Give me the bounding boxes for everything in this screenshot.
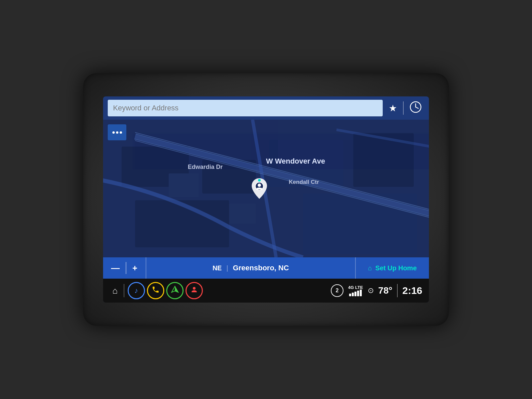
- svg-rect-8: [135, 200, 229, 247]
- setup-home-button[interactable]: ⌂ Set Up Home: [356, 257, 429, 279]
- menu-button[interactable]: [108, 124, 126, 140]
- profile-nav-button[interactable]: [186, 282, 203, 299]
- direction-badge: NE: [212, 264, 222, 272]
- menu-dot-3: [120, 131, 122, 134]
- music-icon: ♪: [134, 286, 138, 295]
- signal-bar-4: [357, 291, 359, 296]
- home-nav-icon: ⌂: [112, 286, 118, 296]
- svg-point-23: [193, 287, 196, 290]
- navigation-icon: [171, 286, 179, 296]
- svg-line-2: [416, 107, 418, 108]
- maps-nav-button[interactable]: [166, 282, 184, 299]
- home-nav-button[interactable]: ⌂: [110, 286, 120, 296]
- nav-bar: ⌂ ♪: [103, 279, 429, 303]
- time-display: 2:16: [402, 285, 422, 296]
- nav-bar-divider-1: [124, 284, 124, 297]
- signal-bar-3: [354, 292, 356, 296]
- zoom-in-button[interactable]: +: [129, 262, 141, 275]
- car-display-bezel: ★: [83, 73, 449, 326]
- zoom-controls: — +: [103, 257, 146, 279]
- clock-icon: [410, 105, 422, 115]
- bottom-bar: — + NE | Greensboro, NC ⌂ Set Up Home: [103, 257, 429, 279]
- signal-bar-2: [352, 293, 354, 296]
- star-icon: ★: [389, 103, 397, 113]
- person-icon: [190, 286, 198, 296]
- time-divider: [397, 284, 398, 297]
- svg-point-19: [258, 184, 261, 187]
- menu-dot-2: [116, 131, 118, 134]
- home-btn-label: Set Up Home: [375, 264, 417, 272]
- home-setup-icon: ⌂: [368, 264, 372, 272]
- zoom-out-button[interactable]: —: [108, 262, 123, 275]
- gps-icon: ⊙: [368, 286, 374, 295]
- svg-rect-16: [229, 203, 256, 224]
- signal-info: 4G LTE: [348, 285, 363, 296]
- music-nav-button[interactable]: ♪: [128, 282, 145, 299]
- zoom-divider: [126, 262, 126, 274]
- search-bar-divider: [403, 101, 404, 115]
- location-pin: [250, 177, 268, 200]
- temperature-display: 78°: [378, 285, 392, 296]
- menu-dot-1: [112, 131, 115, 134]
- favorites-button[interactable]: ★: [386, 101, 400, 115]
- recents-button[interactable]: [407, 100, 424, 117]
- svg-point-20: [258, 179, 261, 182]
- signal-bar-5: [360, 290, 362, 296]
- phone-nav-button[interactable]: [147, 282, 164, 299]
- signal-label: 4G LTE: [348, 285, 363, 290]
- nav-right-status: 2 4G LTE ⊙ 78° 2:16: [331, 284, 422, 297]
- svg-rect-17: [169, 174, 199, 197]
- search-bar-area: ★: [103, 96, 429, 120]
- signal-bars: [349, 290, 362, 296]
- signal-bar-1: [349, 294, 351, 296]
- search-input[interactable]: [108, 100, 383, 116]
- notification-badge: 2: [331, 284, 343, 297]
- city-name: Greensboro, NC: [233, 264, 289, 272]
- infotainment-screen: ★: [103, 96, 429, 303]
- nav-left-icons: ⌂ ♪: [110, 282, 331, 299]
- location-info: NE | Greensboro, NC: [146, 257, 356, 279]
- phone-icon: [152, 286, 160, 296]
- map-area[interactable]: Edwardia Dr W Wendover Ave Kendall Ctr: [103, 120, 429, 257]
- loc-divider: |: [226, 264, 228, 272]
